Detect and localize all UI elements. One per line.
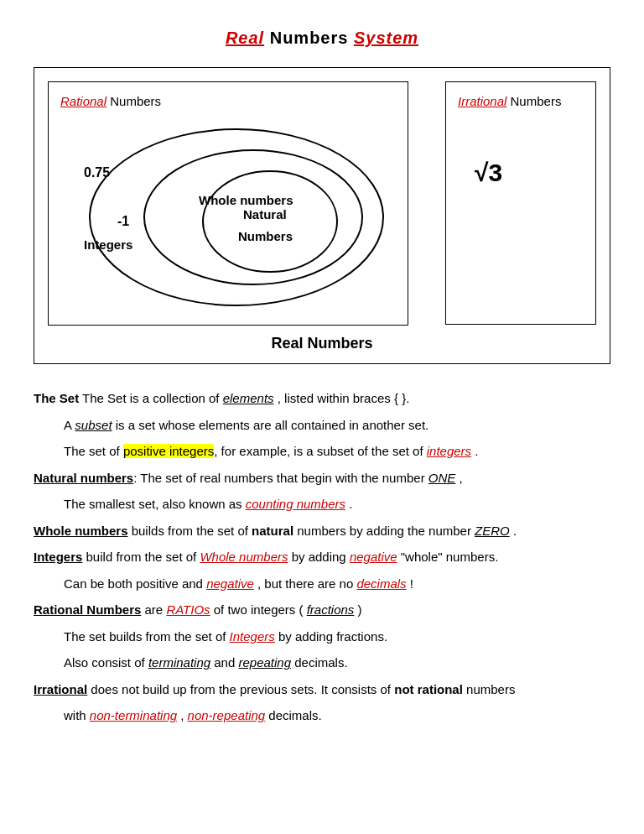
terminating-blank: terminating (148, 655, 210, 670)
svg-text:0.75: 0.75 (84, 165, 110, 180)
integers-blank2: Integers (230, 629, 275, 644)
irrational-label: Irrational Numbers (458, 92, 561, 112)
irrational-text: Irrational (458, 94, 506, 108)
irrational-header: Irrational (34, 682, 87, 696)
rational-box: Rational Numbers 0.75 -1 Integers Whole … (48, 81, 408, 326)
non-terminating-blank: non-terminating (90, 708, 177, 722)
natural-paragraph: Natural numbers: The set of real numbers… (34, 467, 610, 489)
subset-paragraph: A subset is a set whose elements are all… (34, 414, 610, 436)
svg-text:Numbers: Numbers (238, 229, 293, 243)
svg-text:Whole numbers: Whole numbers (199, 193, 293, 207)
svg-text:-1: -1 (117, 214, 129, 228)
ratios-blank: RATIOs (166, 602, 210, 617)
title-underline-system: System (354, 29, 418, 47)
subset-blank: subset (75, 418, 112, 432)
decimals-blank: decimals (356, 576, 406, 591)
integers-header: Integers (34, 550, 82, 564)
negative-blank2: negative (206, 576, 254, 591)
builds-paragraph: The set builds from the set of Integers … (34, 626, 610, 648)
irrational-box: Irrational Numbers √3 (445, 81, 596, 325)
also-paragraph: Also consist of terminating and repeatin… (34, 652, 610, 674)
content-section: The Set The Set is a collection of eleme… (34, 388, 610, 727)
irrational-paragraph: Irrational does not build up from the pr… (34, 679, 610, 701)
page-title: Real Numbers System (34, 25, 610, 50)
diagram-top: Rational Numbers 0.75 -1 Integers Whole … (48, 81, 596, 326)
real-numbers-label: Real Numbers (48, 332, 596, 355)
one-blank: ONE (428, 471, 456, 485)
title-numbers: Numbers (270, 29, 354, 47)
zero-blank: ZERO (475, 524, 510, 538)
elements-blank: elements (223, 391, 274, 405)
rational-header: Rational Numbers (34, 602, 141, 617)
venn-diagram: 0.75 -1 Integers Whole numbers Natural N… (60, 117, 396, 310)
natural-header: Natural numbers (34, 471, 133, 485)
whole-blank: Whole numbers (200, 550, 288, 564)
counting-paragraph: The smallest set, also known as counting… (34, 493, 610, 515)
natural-bold: natural (252, 524, 293, 538)
not-rational-bold: not rational (394, 682, 463, 696)
diagram-outer: Rational Numbers 0.75 -1 Integers Whole … (34, 67, 610, 364)
svg-text:Integers: Integers (84, 237, 132, 252)
canboth-paragraph: Can be both positive and negative , but … (34, 573, 610, 595)
rational-label: Rational Numbers (60, 92, 396, 112)
repeating-blank: repeating (238, 655, 291, 670)
non-repeating-blank: non-repeating (188, 708, 266, 722)
positive-paragraph: The set of positive integers, for exampl… (34, 440, 610, 462)
whole-header: Whole numbers (34, 524, 128, 538)
svg-point-0 (90, 129, 383, 305)
whole-paragraph: Whole numbers builds from the set of nat… (34, 520, 610, 542)
rational-paragraph: Rational Numbers are RATIOs of two integ… (34, 599, 610, 621)
sqrt3-value: √3 (475, 154, 502, 191)
positive-highlight: positive integers (123, 444, 214, 458)
counting-blank: counting numbers (246, 497, 345, 511)
set-bold: The Set (34, 391, 79, 405)
fractions-blank: fractions (307, 602, 355, 617)
negative-blank: negative (350, 550, 397, 564)
rational-text: Rational (60, 94, 106, 108)
with-paragraph: with non-terminating , non-repeating dec… (34, 705, 610, 727)
integers-blank: integers (427, 444, 471, 458)
integers-paragraph: Integers build from the set of Whole num… (34, 546, 610, 568)
title-underline-real: Real (226, 29, 264, 47)
svg-text:Natural: Natural (243, 207, 287, 222)
svg-point-2 (203, 171, 337, 272)
set-paragraph: The Set The Set is a collection of eleme… (34, 388, 610, 409)
